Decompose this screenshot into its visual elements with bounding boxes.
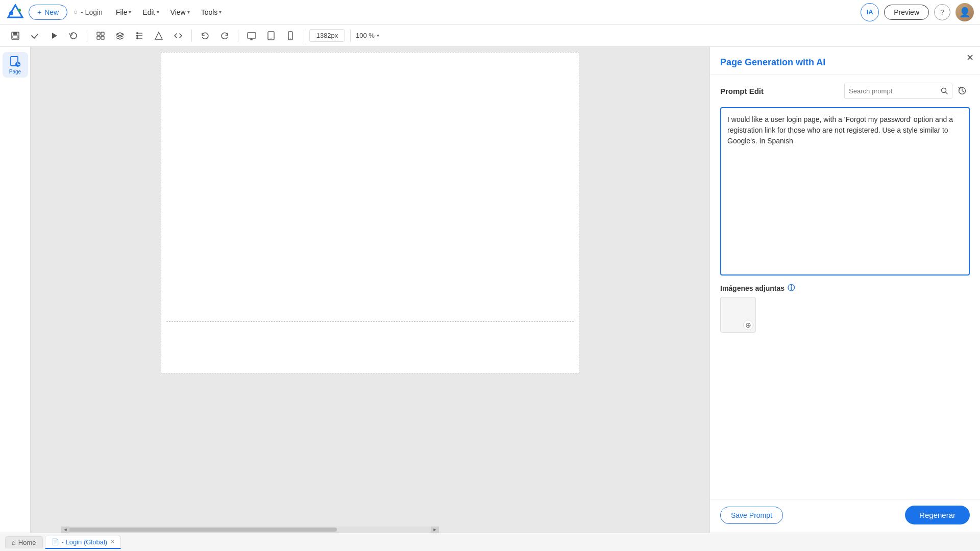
refresh-tool-button[interactable]	[65, 28, 82, 44]
avatar[interactable]: 👤	[955, 3, 974, 21]
search-icon-button[interactable]	[937, 83, 952, 98]
save-prompt-button[interactable]: Save Prompt	[720, 507, 783, 524]
toolbar-divider-3	[238, 30, 238, 42]
edit-chevron-icon: ▾	[157, 9, 159, 15]
preview-button[interactable]: Preview	[884, 5, 929, 20]
tools-menu[interactable]: Tools ▾	[196, 6, 227, 19]
plus-icon: +	[37, 8, 41, 16]
save-tool-button[interactable]	[7, 28, 23, 44]
prompt-textarea[interactable]: I would like a user login page, with a '…	[720, 107, 970, 276]
adjuntas-label: Imágenes adjuntas ⓘ	[720, 284, 970, 293]
tab-close-button[interactable]: ×	[111, 538, 114, 545]
horizontal-scrollbar[interactable]	[61, 527, 439, 533]
canvas-divider	[166, 321, 574, 322]
image-thumbnail[interactable]: ⊕	[720, 297, 756, 333]
undo-button[interactable]	[197, 28, 213, 44]
play-tool-button[interactable]	[46, 28, 62, 44]
ia-button[interactable]: IA	[861, 3, 879, 21]
svg-point-12	[136, 32, 138, 34]
svg-point-14	[136, 37, 138, 39]
question-icon: ?	[940, 8, 944, 16]
code-tool-button[interactable]	[170, 28, 186, 44]
toolbar-divider-1	[87, 30, 87, 42]
sidebar-page-label: Page	[9, 69, 21, 74]
right-panel: ✕ Page Generation with AI Prompt Edit	[709, 47, 980, 533]
canvas-area: ◄ ►	[31, 47, 709, 533]
scroll-left-arrow[interactable]: ◄	[61, 527, 69, 533]
svg-point-23	[290, 38, 290, 39]
tab-page-icon: 📄	[52, 538, 59, 545]
mobile-view-button[interactable]	[282, 28, 299, 44]
circle-icon: ○	[74, 8, 78, 16]
grid-tool-button[interactable]	[92, 28, 109, 44]
svg-rect-17	[248, 33, 256, 38]
zoom-chevron-icon: ▾	[377, 33, 379, 38]
canvas[interactable]	[161, 52, 579, 373]
data-tool-button[interactable]	[131, 28, 148, 44]
layers-tool-button[interactable]	[112, 28, 128, 44]
panel-footer: Save Prompt Regenerar	[710, 499, 980, 533]
toolbar-divider-4	[304, 30, 304, 42]
svg-rect-9	[101, 36, 104, 39]
left-sidebar: Page	[0, 47, 31, 533]
desktop-view-button[interactable]	[243, 28, 260, 44]
adjuntas-section: Imágenes adjuntas ⓘ ⊕	[720, 284, 970, 333]
tablet-view-button[interactable]	[263, 28, 279, 44]
svg-line-27	[946, 92, 948, 94]
file-chevron-icon: ▾	[129, 9, 131, 15]
redo-button[interactable]	[216, 28, 233, 44]
view-menu[interactable]: View ▾	[165, 6, 195, 19]
toolbar-divider-5	[350, 30, 351, 42]
svg-rect-4	[13, 36, 18, 38]
page-title: ○ - Login	[74, 8, 103, 16]
top-bar: + New ○ - Login File ▾ Edit ▾ View ▾ Too…	[0, 0, 980, 24]
bottom-bar: ⌂ Home 📄 - Login (Global) ×	[0, 533, 980, 551]
width-display: 1382px	[309, 29, 345, 42]
scroll-right-arrow[interactable]: ►	[431, 527, 439, 533]
edit-menu[interactable]: Edit ▾	[137, 6, 164, 19]
file-menu[interactable]: File ▾	[111, 6, 137, 19]
home-icon: ⌂	[12, 539, 16, 546]
panel-title: Page Generation with AI	[710, 47, 980, 74]
svg-marker-16	[155, 32, 162, 39]
check-tool-button[interactable]	[27, 28, 43, 44]
regenerar-button[interactable]: Regenerar	[905, 506, 970, 524]
login-tab[interactable]: 📄 - Login (Global) ×	[45, 536, 121, 549]
svg-marker-5	[52, 33, 57, 39]
shape-tool-button[interactable]	[151, 28, 167, 44]
svg-point-0	[9, 11, 13, 15]
prompt-edit-label: Prompt Edit	[720, 87, 764, 95]
search-prompt-container	[844, 83, 952, 99]
svg-point-1	[18, 9, 21, 12]
panel-body: Prompt Edit I would like a user login pa…	[710, 74, 980, 499]
main-area: Page ◄ ► ✕ Page Generation with AI Promp…	[0, 47, 980, 533]
view-chevron-icon: ▾	[187, 9, 190, 15]
svg-rect-7	[101, 32, 104, 35]
svg-point-21	[271, 38, 272, 39]
svg-rect-6	[97, 32, 100, 35]
sidebar-item-page[interactable]: Page	[3, 52, 28, 78]
toolbar-divider-2	[191, 30, 192, 42]
zoom-display: 100 % ▾	[356, 32, 379, 39]
new-button[interactable]: + New	[29, 5, 67, 20]
home-tab[interactable]: ⌂ Home	[5, 536, 43, 548]
app-logo[interactable]	[6, 3, 24, 21]
help-button[interactable]: ?	[934, 4, 950, 20]
avatar-image: 👤	[955, 3, 974, 21]
add-image-button[interactable]: ⊕	[743, 320, 753, 330]
topbar-right: IA Preview ? 👤	[861, 3, 974, 21]
toolbar: 1382px 100 % ▾	[0, 24, 980, 47]
svg-rect-8	[97, 36, 100, 39]
svg-point-10	[136, 35, 138, 37]
prompt-edit-header: Prompt Edit	[720, 83, 970, 99]
tools-chevron-icon: ▾	[219, 9, 222, 15]
scrollbar-thumb[interactable]	[66, 528, 337, 532]
history-icon-button[interactable]	[954, 83, 970, 98]
info-icon[interactable]: ⓘ	[788, 284, 795, 293]
menu-bar: File ▾ Edit ▾ View ▾ Tools ▾	[111, 6, 227, 19]
panel-close-button[interactable]: ✕	[966, 52, 974, 63]
search-prompt-input[interactable]	[845, 85, 937, 97]
svg-rect-3	[13, 32, 17, 35]
